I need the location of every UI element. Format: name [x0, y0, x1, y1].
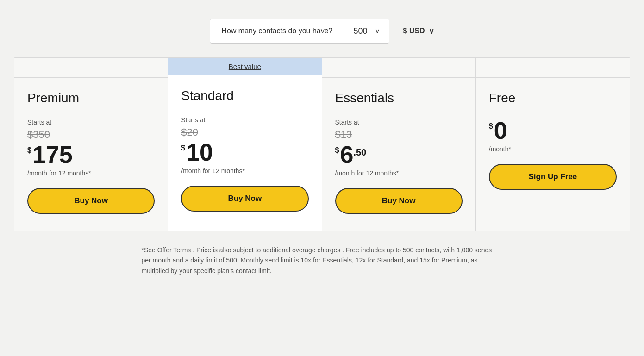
footer-asterisk: *See — [142, 246, 156, 254]
price-main-essentials: 6 — [340, 143, 353, 167]
plan-free: Free $ 0 /month* Sign Up Free — [476, 58, 630, 231]
price-period-premium: /month for 12 months* — [27, 169, 155, 177]
original-price-premium: $350 — [27, 129, 155, 141]
currency-chevron-icon: ∨ — [429, 27, 434, 36]
offer-terms-link[interactable]: Offer Terms — [157, 246, 191, 254]
current-price-essentials: $ 6 .50 — [335, 143, 463, 167]
spacer-essentials — [322, 58, 475, 78]
contacts-value: 500 — [353, 26, 367, 36]
spacer-free — [476, 58, 630, 78]
price-main-free: 0 — [494, 119, 507, 143]
plan-name-premium: Premium — [27, 91, 155, 106]
plan-name-essentials: Essentials — [335, 91, 463, 106]
starts-at-essentials: Starts at — [335, 119, 463, 126]
plan-premium: Premium Starts at $350 $ 175 /month for … — [14, 58, 168, 231]
sign-up-free-button[interactable]: Sign Up Free — [489, 164, 617, 190]
price-cents-essentials: .50 — [353, 147, 366, 158]
starts-at-premium: Starts at — [27, 119, 155, 126]
plan-body-essentials: Essentials Starts at $13 $ 6 .50 /month … — [322, 78, 475, 231]
current-price-standard: $ 10 — [181, 140, 308, 164]
price-main-standard: 10 — [186, 140, 213, 164]
plan-name-free: Free — [489, 91, 617, 106]
currency-selector[interactable]: $ USD ∨ — [403, 27, 434, 36]
plan-standard: Best value Standard Starts at $20 $ 10 /… — [168, 58, 322, 231]
contacts-selector[interactable]: How many contacts do you have? 500 ∨ — [210, 19, 389, 44]
dollar-sign-free: $ — [489, 122, 493, 131]
contacts-dropdown[interactable]: 500 ∨ — [344, 19, 388, 43]
best-value-banner: Best value — [168, 58, 321, 75]
plan-name-standard: Standard — [181, 88, 308, 103]
current-price-free: $ 0 — [489, 119, 617, 143]
plan-body-standard: Standard Starts at $20 $ 10 /month for 1… — [168, 75, 321, 228]
current-price-premium: $ 175 — [27, 143, 155, 167]
dollar-sign-standard: $ — [181, 144, 185, 152]
plan-essentials: Essentials Starts at $13 $ 6 .50 /month … — [322, 58, 476, 231]
footer-middle-text: . Price is also subject to — [193, 246, 261, 254]
overage-charges-link[interactable]: additional overage charges — [263, 246, 340, 254]
price-period-standard: /month for 12 months* — [181, 167, 308, 175]
contacts-label: How many contacts do you have? — [210, 19, 344, 43]
spacer-premium — [14, 58, 168, 78]
dollar-sign-essentials: $ — [335, 146, 339, 155]
plan-body-free: Free $ 0 /month* Sign Up Free — [476, 78, 630, 206]
best-value-text: Best value — [229, 62, 261, 70]
buy-now-button-essentials[interactable]: Buy Now — [335, 188, 463, 214]
plan-body-premium: Premium Starts at $350 $ 175 /month for … — [14, 78, 168, 231]
footer-note: *See Offer Terms . Price is also subject… — [142, 245, 503, 276]
selector-row: How many contacts do you have? 500 ∨ $ U… — [14, 19, 630, 44]
price-period-essentials: /month for 12 months* — [335, 169, 463, 177]
pricing-grid: Premium Starts at $350 $ 175 /month for … — [14, 57, 630, 231]
dollar-sign-premium: $ — [27, 146, 31, 155]
starts-at-standard: Starts at — [181, 116, 308, 124]
original-price-standard: $20 — [181, 126, 308, 138]
chevron-down-icon: ∨ — [375, 27, 380, 35]
buy-now-button-premium[interactable]: Buy Now — [27, 188, 155, 214]
currency-label: $ USD — [403, 27, 425, 35]
buy-now-button-standard[interactable]: Buy Now — [181, 186, 308, 212]
price-period-free: /month* — [489, 145, 617, 153]
original-price-essentials: $13 — [335, 129, 463, 141]
price-main-premium: 175 — [32, 143, 73, 167]
